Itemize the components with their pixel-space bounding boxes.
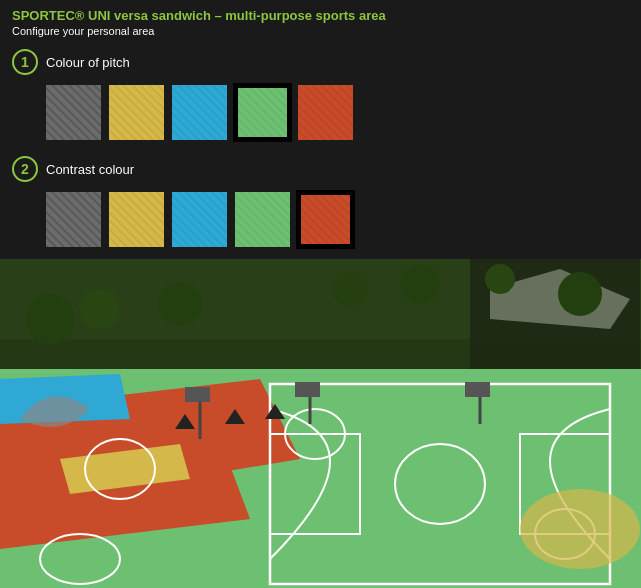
- svg-rect-23: [465, 382, 490, 397]
- step2-section: 2 Contrast colour: [0, 148, 641, 255]
- step1-circle: 1: [12, 49, 38, 75]
- pitch-swatch-red[interactable]: [298, 85, 353, 140]
- contrast-swatches: [12, 192, 629, 247]
- page-title: SPORTEC® UNI versa sandwich – multi-purp…: [12, 8, 629, 23]
- step2-label-row: 2 Contrast colour: [12, 156, 629, 182]
- contrast-swatch-yellow[interactable]: [109, 192, 164, 247]
- pitch-swatches: [12, 85, 629, 140]
- step2-circle: 2: [12, 156, 38, 182]
- pitch-swatch-green[interactable]: [235, 85, 290, 140]
- contrast-swatch-blue[interactable]: [172, 192, 227, 247]
- pitch-swatch-blue[interactable]: [172, 85, 227, 140]
- contrast-swatch-red[interactable]: [298, 192, 353, 247]
- pitch-swatch-grey[interactable]: [46, 85, 101, 140]
- svg-rect-19: [185, 387, 210, 402]
- step1-section: 1 Colour of pitch: [0, 41, 641, 148]
- contrast-swatch-grey[interactable]: [46, 192, 101, 247]
- page-subtitle: Configure your personal area: [12, 25, 629, 37]
- step2-title: Contrast colour: [46, 162, 134, 177]
- step1-label-row: 1 Colour of pitch: [12, 49, 629, 75]
- svg-rect-21: [295, 382, 320, 397]
- pitch-swatch-yellow[interactable]: [109, 85, 164, 140]
- header: SPORTEC® UNI versa sandwich – multi-purp…: [0, 0, 641, 41]
- step1-title: Colour of pitch: [46, 55, 130, 70]
- svg-rect-37: [0, 259, 641, 369]
- svg-point-36: [520, 489, 640, 569]
- court-preview: [0, 259, 641, 588]
- contrast-swatch-green[interactable]: [235, 192, 290, 247]
